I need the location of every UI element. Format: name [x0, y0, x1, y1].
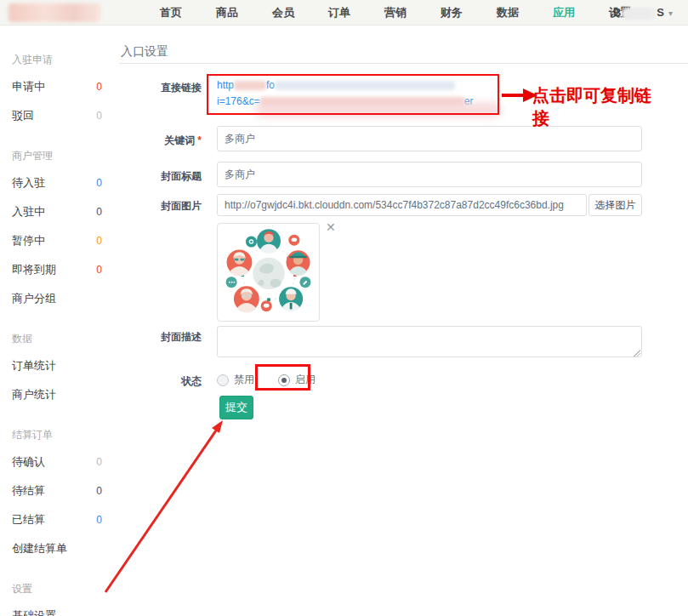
sidebar-item-count: 0 [96, 110, 102, 122]
sidebar-item-label: 暂停中 [12, 233, 45, 248]
sidebar-item[interactable]: 商户统计 [0, 380, 119, 409]
blur-smear [255, 102, 502, 117]
sidebar-item-label: 订单统计 [12, 358, 56, 374]
sidebar-item-label: 待确认 [12, 454, 45, 470]
radio-disable[interactable]: 禁用 [217, 373, 254, 387]
sidebar-item-label: 基础设置 [12, 608, 56, 616]
top-nav: 首页商品会员订单营销财务数据应用设置 BS▾ [0, 0, 688, 26]
sidebar-item-label: 创建结算单 [12, 541, 67, 556]
radio-circle-icon [278, 374, 290, 386]
sidebar-section-header: 入驻申请 [12, 53, 119, 67]
sidebar-item[interactable]: 待入驻0 [0, 168, 119, 197]
nav-item-apps[interactable]: 应用 [536, 0, 592, 26]
sidebar-item-count: 0 [96, 264, 102, 276]
cover-title-label: 封面标题 [119, 169, 202, 184]
sidebar-item-label: 商户统计 [12, 387, 56, 402]
title-divider [119, 63, 688, 64]
sidebar-section-header: 设置 [12, 582, 119, 596]
user-name-suffix: S [657, 6, 664, 19]
choose-image-button[interactable]: 选择图片 [588, 194, 642, 216]
sidebar-item[interactable]: 基础设置 [0, 602, 119, 616]
sidebar-item[interactable]: 即将到期0 [0, 255, 119, 284]
sidebar-section-header: 数据 [12, 332, 119, 346]
nav-item-goods[interactable]: 商品 [199, 0, 255, 26]
sidebar-item-label: 申请中 [12, 79, 45, 94]
logo-blurred [9, 3, 100, 22]
link-line1-mid: fo [266, 79, 275, 91]
user-menu[interactable]: BS▾ [613, 0, 673, 26]
sidebar-item-count: 0 [96, 206, 102, 218]
sidebar-item-label: 驳回 [12, 108, 34, 123]
cover-title-input[interactable] [217, 162, 642, 187]
required-asterisk: * [197, 134, 202, 146]
keyword-label: 关键词* [119, 134, 202, 148]
sidebar-item[interactable]: 待确认0 [0, 448, 119, 476]
sidebar-item[interactable]: 驳回0 [0, 101, 119, 130]
submit-button[interactable]: 提交 [219, 396, 253, 419]
cover-desc-textarea[interactable] [217, 326, 642, 357]
cover-image-url-input[interactable] [217, 194, 587, 216]
sidebar-item[interactable]: 订单统计 [0, 351, 119, 380]
cover-desc-label: 封面描述 [119, 330, 202, 345]
sidebar-item-label: 已结算 [12, 512, 45, 528]
sidebar-item-label: 入驻中 [12, 204, 45, 220]
status-label: 状态 [119, 374, 202, 389]
sidebar-item-label: 商户分组 [12, 291, 56, 306]
sidebar-section-header: 结算订单 [12, 428, 119, 442]
sidebar-item[interactable]: 已结算0 [0, 505, 119, 534]
link-blur-1 [234, 81, 266, 90]
sidebar-item-count: 0 [96, 81, 102, 93]
nav-item-finance[interactable]: 财务 [424, 0, 480, 26]
sidebar-item[interactable]: 待结算0 [0, 476, 119, 505]
sidebar-item-label: 即将到期 [12, 262, 56, 277]
page: 首页商品会员订单营销财务数据应用设置 BS▾ 入驻申请申请中0驳回0商户管理待入… [0, 0, 688, 616]
nav-item-orders[interactable]: 订单 [311, 0, 367, 26]
sidebar: 入驻申请申请中0驳回0商户管理待入驻0入驻中0暂停中0即将到期0商户分组数据订单… [0, 34, 119, 616]
nav-item-marketing[interactable]: 营销 [367, 0, 424, 26]
main-content: 入口设置 直接链接 httpfo i=176&c=er 关键词* 封面标题 封面… [119, 34, 688, 616]
sidebar-item-count: 0 [96, 514, 102, 526]
page-title: 入口设置 [121, 44, 168, 60]
sidebar-item[interactable]: 入驻中0 [0, 197, 119, 226]
chevron-down-icon: ▾ [668, 9, 673, 18]
sidebar-section-header: 商户管理 [12, 149, 119, 163]
sidebar-item-label: 待结算 [12, 483, 45, 499]
resize-grip-icon[interactable] [634, 350, 640, 356]
direct-link-label: 直接链接 [119, 81, 202, 95]
nav-item-home[interactable]: 首页 [143, 0, 199, 26]
sidebar-item[interactable]: 暂停中0 [0, 226, 119, 255]
link-line1-start: http [217, 79, 234, 91]
nav-menu: 首页商品会员订单营销财务数据应用设置 [143, 0, 648, 26]
sidebar-item-count: 0 [96, 456, 102, 468]
user-name-blurred [622, 8, 656, 20]
cover-image-preview [217, 223, 320, 322]
cover-illustration [221, 226, 316, 318]
sidebar-item-count: 0 [96, 235, 102, 247]
nav-item-members[interactable]: 会员 [255, 0, 311, 26]
radio-enable-label: 启用 [295, 373, 316, 387]
radio-disable-label: 禁用 [234, 373, 254, 387]
sidebar-item[interactable]: 商户分组 [0, 284, 119, 313]
keyword-input[interactable] [217, 126, 642, 151]
nav-item-data[interactable]: 数据 [480, 0, 536, 26]
link-line2-start: i=176&c= [217, 95, 260, 107]
sidebar-item-label: 待入驻 [12, 175, 45, 191]
user-name-prefix: B [613, 6, 621, 19]
sidebar-item[interactable]: 创建结算单 [0, 534, 119, 563]
remove-image-icon[interactable]: ✕ [326, 221, 336, 233]
sidebar-item-count: 0 [96, 485, 102, 497]
link-blur-2 [275, 81, 455, 90]
radio-circle-icon [217, 374, 229, 386]
cover-image-label: 封面图片 [119, 199, 202, 214]
sidebar-item[interactable]: 申请中0 [0, 72, 119, 101]
status-radio-group: 禁用 启用 [217, 373, 339, 387]
sidebar-item-count: 0 [96, 177, 102, 189]
radio-enable[interactable]: 启用 [278, 373, 316, 387]
